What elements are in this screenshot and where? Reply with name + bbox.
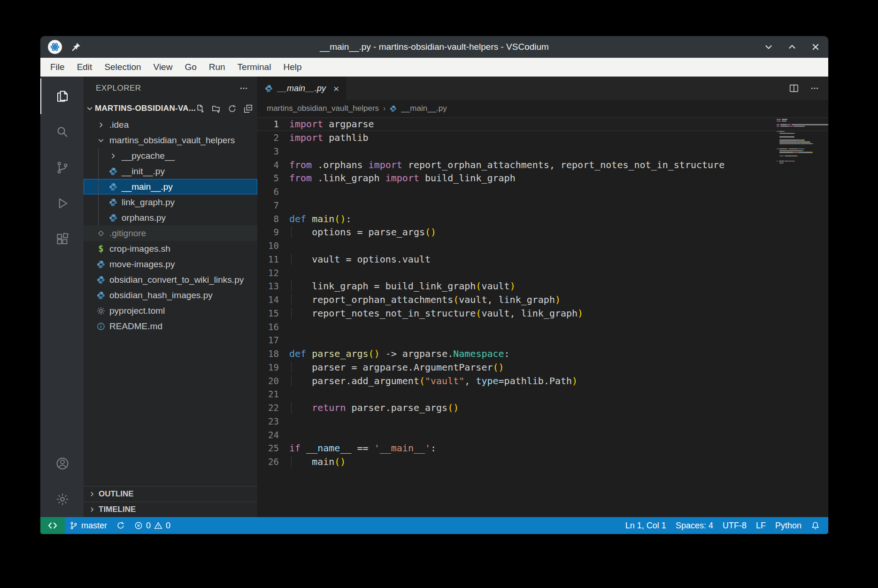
code-line-9[interactable]: 9 options = parse_args() <box>257 225 828 239</box>
code-line-8[interactable]: 8def main(): <box>257 212 828 225</box>
code-line-26[interactable]: 26 main() <box>257 455 828 469</box>
status-python[interactable]: Python <box>770 517 806 534</box>
menu-item-go[interactable]: Go <box>178 60 202 75</box>
tab-bar: __main__.py × <box>257 77 828 100</box>
refresh-icon[interactable] <box>228 104 237 113</box>
timeline-section[interactable]: TIMELINE <box>84 502 257 517</box>
status-lf[interactable]: LF <box>751 517 770 534</box>
new-folder-icon[interactable] <box>212 104 221 113</box>
menu-item-edit[interactable]: Edit <box>71 60 99 75</box>
status-ln[interactable]: Ln 1, Col 1 <box>621 517 671 534</box>
code-line-21[interactable]: 21 <box>257 387 828 401</box>
activity-item-settings[interactable] <box>40 481 84 517</box>
code-line-4[interactable]: 4from .orphans import report_orphan_atta… <box>257 158 828 171</box>
code-line-24[interactable]: 24 <box>257 428 828 441</box>
python-icon <box>108 182 118 192</box>
code-line-7[interactable]: 7 <box>257 199 828 212</box>
menu-item-selection[interactable]: Selection <box>98 60 147 75</box>
tab-main-py[interactable]: __main__.py × <box>257 77 347 100</box>
code-line-13[interactable]: 13 link_graph = build_link_graph(vault) <box>257 279 828 293</box>
tree-item-crop-images-sh[interactable]: $crop-images.sh <box>84 241 257 256</box>
code-line-20[interactable]: 20 parser.add_argument("vault", type=pat… <box>257 374 828 387</box>
activity-item-source-control[interactable] <box>40 150 84 186</box>
code-editor[interactable]: 1import argparse2import pathlib34from .o… <box>257 117 828 517</box>
tree-item-obsidian-hash-images-py[interactable]: obsidian_hash_images.py <box>84 287 257 303</box>
line-number: 22 <box>257 402 279 413</box>
tab-close-icon[interactable]: × <box>333 84 339 93</box>
bell-button[interactable] <box>806 517 824 534</box>
maximize-icon[interactable] <box>787 42 797 52</box>
activity-item-run-debug[interactable] <box>40 186 84 221</box>
menu-item-file[interactable]: File <box>44 60 71 75</box>
activity-item-extensions[interactable] <box>40 221 84 257</box>
code-line-19[interactable]: 19 parser = argparse.ArgumentParser() <box>257 361 828 374</box>
tree-item-init-py[interactable]: __init__.py <box>84 163 257 179</box>
remote-indicator[interactable] <box>40 517 65 534</box>
minimap[interactable] <box>776 119 822 517</box>
tree-item-idea[interactable]: .idea <box>84 117 257 132</box>
code-line-5[interactable]: 5from .link_graph import build_link_grap… <box>257 171 828 185</box>
code-line-12[interactable]: 12 <box>257 266 828 279</box>
activity-item-explorer[interactable] <box>40 78 84 114</box>
tree-item-obsidian-convert-to-wiki-links-py[interactable]: obsidian_convert_to_wiki_links.py <box>84 272 257 287</box>
line-number: 11 <box>257 254 279 264</box>
breadcrumb-folder[interactable]: martins_obsidian_vault_helpers <box>267 104 379 113</box>
line-number: 1 <box>257 119 279 129</box>
tree-item-pycache[interactable]: __pycache__ <box>84 148 257 163</box>
menu-item-view[interactable]: View <box>147 60 179 75</box>
tab-label: __main__.py <box>277 84 326 93</box>
code-line-23[interactable]: 23 <box>257 415 828 428</box>
code-line-15[interactable]: 15 report_notes_not_in_structure(vault, … <box>257 307 828 320</box>
code-line-25[interactable]: 25if __name__ == '__main__': <box>257 441 828 455</box>
menu-item-terminal[interactable]: Terminal <box>231 60 277 75</box>
tree-item-martins-obsidian-vault-helpers[interactable]: martins_obsidian_vault_helpers <box>84 132 257 148</box>
tree-root-folder[interactable]: MARTINS-OBSIDIAN-VA... <box>84 100 257 117</box>
sync-button[interactable] <box>112 517 130 534</box>
tree-item-move-images-py[interactable]: move-images.py <box>84 256 257 272</box>
split-editor-icon[interactable] <box>789 83 799 93</box>
git-branch-status[interactable]: master <box>65 517 112 534</box>
indent-guide <box>291 308 292 319</box>
tree-item-gitignore[interactable]: .gitignore <box>84 225 257 241</box>
code-line-17[interactable]: 17 <box>257 333 828 347</box>
title-bar[interactable]: __main__.py - martins-obsidian-vault-hel… <box>40 36 828 58</box>
chevron-down-icon <box>96 135 106 146</box>
tree-item-main-py[interactable]: __main__.py <box>84 179 257 194</box>
source-control-icon <box>55 161 69 175</box>
activity-item-search[interactable] <box>40 114 84 150</box>
code-line-11[interactable]: 11 vault = options.vault <box>257 253 828 266</box>
outline-section[interactable]: OUTLINE <box>84 486 257 502</box>
code-line-16[interactable]: 16 <box>257 320 828 333</box>
chevron-right-icon <box>88 490 96 498</box>
code-line-18[interactable]: 18def parse_args() -> argparse.Namespace… <box>257 347 828 361</box>
tree-item-readme-md[interactable]: README.md <box>84 318 257 334</box>
code-line-2[interactable]: 2import pathlib <box>257 131 828 145</box>
status-utf-8[interactable]: UTF-8 <box>718 517 751 534</box>
close-icon[interactable] <box>810 42 821 52</box>
tree-item-label: pyproject.toml <box>109 306 165 316</box>
indent-guide <box>291 402 292 413</box>
code-line-22[interactable]: 22 return parser.parse_args() <box>257 401 828 415</box>
activity-item-account[interactable] <box>40 446 84 481</box>
menu-item-run[interactable]: Run <box>203 60 231 75</box>
tree-item-label: link_graph.py <box>122 197 175 208</box>
pin-icon[interactable] <box>71 42 81 52</box>
problems-status[interactable]: 0 0 <box>130 517 175 534</box>
tree-item-link-graph-py[interactable]: link_graph.py <box>84 194 257 210</box>
more-actions-icon[interactable] <box>810 84 819 93</box>
code-line-14[interactable]: 14 report_orphan_attachments(vault, link… <box>257 293 828 307</box>
tree-item-pyproject-toml[interactable]: pyproject.toml <box>84 303 257 318</box>
code-line-6[interactable]: 6 <box>257 185 828 199</box>
status-spaces[interactable]: Spaces: 4 <box>671 517 718 534</box>
code-line-10[interactable]: 10 <box>257 239 828 253</box>
menu-item-help[interactable]: Help <box>277 60 308 75</box>
explorer-header[interactable]: EXPLORER <box>84 77 257 100</box>
code-line-1[interactable]: 1import argparse <box>257 117 828 131</box>
breadcrumb-file[interactable]: __main__.py <box>401 104 447 113</box>
minimize-icon[interactable] <box>763 42 774 52</box>
collapse-all-icon[interactable] <box>244 104 253 113</box>
new-file-icon[interactable] <box>196 104 205 113</box>
explorer-more-actions-icon[interactable] <box>239 84 248 93</box>
tree-item-orphans-py[interactable]: orphans.py <box>84 210 257 225</box>
code-line-3[interactable]: 3 <box>257 145 828 158</box>
